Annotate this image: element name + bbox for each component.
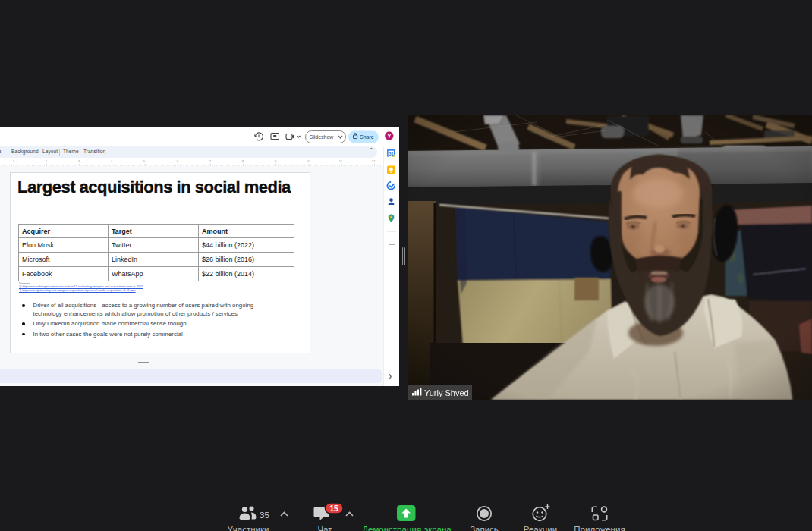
- svg-text:10: 10: [307, 159, 310, 163]
- svg-text:Запись: Запись: [470, 525, 499, 531]
- svg-text:9: 9: [275, 159, 277, 163]
- svg-text:Y: Y: [388, 134, 392, 139]
- svg-text:6: 6: [177, 159, 179, 163]
- svg-text:31: 31: [389, 152, 393, 156]
- svg-text:Демонстрация экрана: Демонстрация экрана: [362, 525, 452, 531]
- svg-text:Реакции: Реакции: [524, 525, 557, 531]
- svg-text:5: 5: [143, 159, 146, 163]
- svg-text:Приложения: Приложения: [574, 525, 625, 531]
- svg-text:35: 35: [260, 511, 269, 520]
- svg-text:Share: Share: [360, 134, 374, 140]
- svg-text:12: 12: [372, 159, 376, 163]
- svg-text:Yuriy Shved: Yuriy Shved: [424, 388, 469, 397]
- svg-text:Slideshow: Slideshow: [310, 134, 335, 140]
- svg-text:Чат: Чат: [317, 525, 332, 531]
- svg-text:Участники: Участники: [228, 525, 269, 531]
- svg-text:2: 2: [46, 159, 48, 163]
- svg-text:7: 7: [209, 159, 212, 163]
- svg-text:3: 3: [78, 159, 80, 163]
- svg-text:15: 15: [329, 504, 338, 513]
- svg-text:1: 1: [13, 159, 15, 163]
- svg-text:8: 8: [242, 159, 244, 163]
- svg-text:11: 11: [339, 159, 343, 163]
- svg-text:4: 4: [111, 159, 113, 163]
